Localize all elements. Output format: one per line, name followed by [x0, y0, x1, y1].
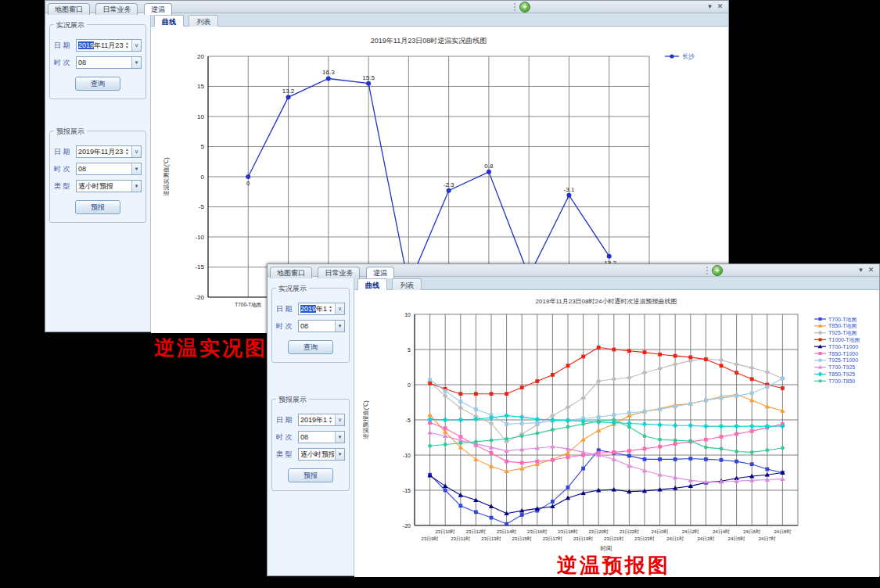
svg-text:24日4时: 24日4时	[713, 529, 730, 535]
svg-text:T700-T地面: T700-T地面	[235, 302, 261, 307]
date-spinner[interactable]: ▲▼	[327, 416, 334, 424]
svg-text:0.8: 0.8	[484, 163, 494, 170]
svg-text:-15: -15	[403, 488, 411, 493]
chevron-down-icon[interactable]: ▾	[131, 181, 141, 192]
svg-text:24日3时: 24日3时	[697, 536, 714, 542]
chevron-down-icon[interactable]: ▾	[335, 321, 344, 332]
svg-text:23日23时: 23日23时	[634, 536, 654, 542]
live-time-combobox[interactable]: 08 ▾	[298, 320, 345, 332]
live-time-combobox[interactable]: 08 ▾	[76, 56, 142, 69]
chevron-down-icon[interactable]: ▾	[335, 449, 344, 460]
forecast-type-combobox[interactable]: 逐小时预报 ▾	[76, 180, 142, 192]
tab-curve[interactable]: 曲线	[154, 15, 184, 27]
svg-text:T700-T925: T700-T925	[828, 364, 855, 370]
query-button[interactable]: 查询	[75, 77, 120, 91]
minimize-icon[interactable]: ▾	[856, 266, 866, 274]
forecast-date-input[interactable]: 2019年11月23日 ▲▼ ∨	[76, 145, 142, 158]
svg-text:23日15时: 23日15时	[512, 536, 532, 542]
chevron-down-icon[interactable]: ∨	[335, 414, 344, 425]
svg-text:24日1时: 24日1时	[666, 536, 684, 542]
caption-forecast: 逆温预报图	[557, 552, 670, 579]
time-label: 时 次	[276, 432, 298, 443]
series-T925-T地面	[427, 356, 785, 444]
tab-inversion[interactable]: 逆温	[366, 267, 394, 278]
tab-map-window[interactable]: 地图窗口	[48, 3, 90, 15]
live-date-input[interactable]: 2019年11月23日 ▲▼ ∨	[76, 39, 142, 52]
chevron-down-icon[interactable]: ▾	[131, 57, 141, 68]
svg-text:23日10时: 23日10时	[436, 529, 455, 535]
svg-text:T850-T925: T850-T925	[828, 371, 855, 377]
chevron-down-icon[interactable]: ∨	[131, 146, 141, 157]
svg-text:23日17时: 23日17时	[543, 536, 562, 542]
live-display-group: 实况展示 日 期 2019年11月23日 ▲▼ ∨ 时 次 08 ▾	[49, 24, 146, 99]
svg-text:T850-T1000: T850-T1000	[828, 351, 858, 357]
tab-daily-business[interactable]: 日常业务	[95, 3, 138, 15]
forecast-button[interactable]: 预报	[288, 468, 333, 482]
forecast-display-group: 预报展示 日 期 2019年11月23日 ▲▼ ∨ 时 次 08 ▾	[271, 399, 350, 491]
caption-realtime: 逆温实况图	[154, 335, 268, 362]
forecast-button[interactable]: 预报	[75, 200, 120, 214]
series-T1000-T地面	[428, 346, 785, 396]
forecast-time-combobox[interactable]: 08 ▾	[298, 431, 345, 443]
date-spinner[interactable]: ▲▼	[124, 41, 131, 49]
close-icon[interactable]: ✕	[715, 2, 725, 10]
tab-curve[interactable]: 曲线	[357, 278, 387, 291]
svg-text:T700-T1000: T700-T1000	[828, 344, 858, 350]
svg-text:-20: -20	[403, 523, 411, 529]
time-label: 时 次	[54, 164, 76, 174]
add-tab-button[interactable]: +	[519, 2, 530, 13]
window1-content-tabs: 曲线 列表	[151, 13, 728, 27]
grid	[415, 314, 798, 525]
tab-list[interactable]: 列表	[189, 15, 218, 27]
tab-list[interactable]: 列表	[392, 278, 422, 291]
svg-text:16.3: 16.3	[322, 69, 335, 76]
svg-text:24日0时: 24日0时	[652, 529, 669, 535]
forecast-type-combobox[interactable]: 逐小时预报 ▾	[298, 448, 345, 461]
time-label: 时 次	[54, 58, 76, 68]
svg-text:-5: -5	[199, 203, 205, 210]
svg-text:24日7时: 24日7时	[759, 536, 776, 542]
chevron-down-icon[interactable]: ▾	[131, 163, 141, 174]
forecast-date-input[interactable]: 2019年11月23日 ▲▼ ∨	[298, 414, 345, 426]
svg-text:-10: -10	[195, 234, 204, 241]
svg-text:T700-T地面: T700-T地面	[828, 317, 857, 323]
close-icon[interactable]: ✕	[866, 266, 876, 274]
chevron-down-icon[interactable]: ∨	[335, 303, 344, 314]
svg-text:-2.3: -2.3	[444, 181, 454, 188]
time-label: 时 次	[276, 321, 298, 332]
tab-map-window[interactable]: 地图窗口	[270, 267, 312, 278]
tab-inversion[interactable]: 逆温	[144, 3, 172, 15]
svg-text:23日18时: 23日18时	[558, 529, 577, 535]
svg-text:T925-T地面: T925-T地面	[828, 330, 857, 336]
date-label: 日 期	[276, 415, 298, 425]
svg-text:24日8时: 24日8时	[774, 529, 791, 535]
forecast-time-combobox[interactable]: 08 ▾	[76, 163, 142, 175]
svg-text:23日13时: 23日13时	[481, 536, 501, 542]
desktop-background: 地图窗口 日常业务 逆温 + ▾✕ 实况展示 日 期 2019年11月23日 ▲…	[0, 0, 880, 588]
chevron-down-icon[interactable]: ∨	[131, 40, 141, 51]
drag-handle-icon[interactable]	[706, 267, 709, 274]
svg-text:T1000-T地面: T1000-T地面	[828, 337, 860, 343]
svg-text:24日5时: 24日5时	[728, 536, 745, 542]
drag-handle-icon[interactable]	[514, 3, 516, 11]
live-date-input[interactable]: 2019年11月23日 ▲▼ ∨	[298, 303, 345, 315]
y-axis-title: 逆温实测值(℃)	[163, 157, 170, 196]
add-tab-button[interactable]: +	[712, 265, 723, 276]
group-title: 预报展示	[276, 395, 309, 405]
svg-text:23日16时: 23日16时	[527, 529, 547, 535]
svg-text:长沙: 长沙	[682, 53, 695, 60]
date-spinner[interactable]: ▲▼	[124, 148, 131, 156]
chevron-down-icon[interactable]: ▾	[335, 432, 344, 443]
date-spinner[interactable]: ▲▼	[327, 305, 334, 313]
series-T700-T地面	[428, 448, 785, 525]
svg-text:23日21时: 23日21时	[604, 536, 623, 542]
query-button[interactable]: 查询	[288, 340, 333, 354]
svg-text:-10: -10	[403, 453, 411, 458]
svg-text:23日20时: 23日20时	[589, 529, 609, 535]
y-tick-labels: 20151050-5-10-15-20	[195, 53, 204, 301]
tab-daily-business[interactable]: 日常业务	[318, 267, 360, 278]
chart-title: 2019年11月23日08时逆温实况曲线图	[371, 37, 487, 45]
svg-text:23日14时: 23日14时	[497, 529, 516, 535]
minimize-icon[interactable]: ▾	[705, 2, 715, 10]
svg-text:23日9时: 23日9时	[422, 536, 439, 542]
